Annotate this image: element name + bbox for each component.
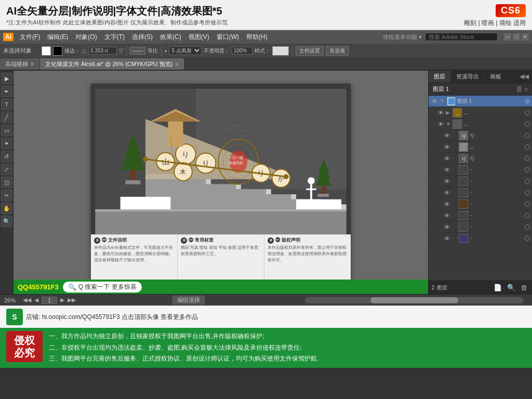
menu-text[interactable]: 文字(T) [101, 32, 128, 43]
eye-icon-11[interactable]: 👁 [443, 223, 450, 231]
layer-row-6[interactable]: 👁 ⬝ [429, 164, 532, 176]
search-stock-input[interactable] [425, 33, 498, 41]
layer-row-3[interactable]: 👁 り り [429, 130, 532, 141]
window-minimize-button[interactable]: — [504, 33, 511, 41]
svg-rect-44 [130, 170, 136, 180]
prev-icon[interactable]: ◀ [34, 297, 38, 303]
menu-view[interactable]: 视图(V) [185, 32, 212, 43]
style-swatch[interactable] [272, 46, 289, 56]
layer-row-main[interactable]: 👁 ▼ 图层 1 [429, 96, 532, 107]
next-page-icon[interactable]: ▶▶ [68, 297, 76, 303]
tool-brush[interactable]: ✦ [1, 138, 12, 149]
opacity-input[interactable] [232, 47, 252, 55]
eye-icon-main[interactable]: 👁 [431, 98, 438, 105]
tool-rotate[interactable]: ↺ [1, 151, 12, 162]
eye-icon-7[interactable]: 👁 [443, 178, 450, 185]
stroke-down-icon[interactable]: ▽ [119, 47, 123, 54]
tool-select[interactable]: ▶ [1, 73, 12, 84]
tool-type[interactable]: T [1, 99, 12, 110]
prev-page-icon[interactable]: ◀◀ [23, 297, 31, 303]
layer-row-4[interactable]: 👁 ... [429, 141, 532, 153]
tab-gaoduan-louti[interactable]: 高端楼梯 ✕ [0, 58, 40, 70]
menu-object[interactable]: 对象(O) [72, 32, 100, 43]
layer-row-8[interactable]: 👁 ⬝ [429, 187, 532, 198]
eye-icon-3[interactable]: 👁 [443, 132, 450, 139]
panel-menu-icon[interactable]: ☰ [516, 86, 522, 93]
search-layer-icon[interactable]: 🔍 [506, 283, 517, 292]
tab-active-close-icon[interactable]: ✕ [175, 61, 179, 67]
eye-icon-1[interactable]: 👁 [437, 109, 444, 116]
layers-list[interactable]: 👁 ▼ 图层 1 👁 ▶ ... ... 👁 ▼ [429, 96, 532, 281]
panel-tab-artboards[interactable]: 画板 [485, 71, 507, 83]
stroke-value-input[interactable] [88, 47, 117, 55]
copyright-item-3: 三、我图网平台完善的售后服务、正式授权协议、原创设计师认证，均可为购买使用文件保… [49, 353, 318, 365]
stroke-up-icon[interactable]: △ [82, 47, 86, 54]
eye-icon-10[interactable]: 👁 [443, 212, 450, 219]
menu-help[interactable]: 帮助(H) [243, 32, 271, 43]
layer-row-5[interactable]: 👁 り り [429, 153, 532, 164]
panel-tab-layers[interactable]: 图层 [429, 71, 451, 83]
layer-thumb-12 [459, 234, 468, 243]
menu-select[interactable]: 选择(S) [129, 32, 156, 43]
panel-circle-icon[interactable]: ○ [524, 86, 528, 93]
fill-swatch[interactable] [42, 46, 51, 56]
expand-icon-1[interactable]: ▶ [446, 110, 451, 115]
qq-id[interactable]: QQ455791F3 [18, 283, 59, 291]
menu-window[interactable]: 窗口(W) [214, 32, 242, 43]
layer-row-1[interactable]: 👁 ▶ ... ... [429, 107, 532, 118]
window-close-button[interactable]: ✕ [522, 33, 529, 41]
menu-effect[interactable]: 效果(C) [157, 32, 184, 43]
tool-eyedrop[interactable]: ✑ [1, 190, 12, 201]
expand-icon-main[interactable]: ▼ [440, 98, 445, 104]
layer-row-10[interactable]: 👁 ⬝ [429, 210, 532, 221]
workspace-selector[interactable]: 传统基本功能 ▾ [383, 33, 422, 41]
eye-icon-5[interactable]: 👁 [443, 155, 450, 162]
tool-pen[interactable]: ✒ [1, 86, 12, 97]
preferences-button[interactable]: 首选项 [326, 46, 349, 56]
eye-icon-2[interactable]: 👁 [437, 121, 444, 128]
window-maximize-button[interactable]: □ [513, 33, 520, 41]
panel-tab-assets[interactable]: 资源导出 [451, 71, 485, 83]
menu-file[interactable]: 文件(F) [17, 32, 43, 43]
svg-rect-61 [448, 98, 455, 105]
points-select[interactable]: 5 点凤形 [169, 46, 202, 55]
layer-row-2[interactable]: 👁 ▼ ... [429, 118, 532, 130]
horizontal-scrollbar[interactable] [305, 297, 524, 303]
canvas-area[interactable]: 说图网 说图网 说图网 说图网 [14, 71, 428, 294]
eye-icon-9[interactable]: 👁 [443, 201, 450, 208]
menu-edit[interactable]: 编辑(E) [44, 32, 71, 43]
search-more-button[interactable]: 🔍 Q 搜索一下 更多惊喜 [63, 282, 142, 292]
layer-row-11[interactable]: 👁 ⬝ [429, 221, 532, 233]
svg-text:殊途同归: 殊途同归 [229, 161, 243, 165]
tool-scale[interactable]: ⤢ [1, 164, 12, 175]
layer-circle-5 [525, 156, 530, 161]
status-center: 编组选择 [79, 296, 298, 304]
layer-row-9[interactable]: 👁 ⬝ [429, 198, 532, 210]
panel-expand-icon[interactable]: ◀◀ [516, 71, 532, 83]
next-icon[interactable]: ▶ [60, 297, 64, 303]
tool-gradient[interactable]: ◫ [1, 177, 12, 188]
eye-icon-12[interactable]: 👁 [443, 235, 450, 242]
layer-label-12: ⬝ [470, 235, 523, 241]
tab-cultural-wall[interactable]: 文化墙源文件 Alcs6.ai* @ 26% (CMYK/GPU 预览) ✕ [40, 58, 184, 70]
new-layer-icon[interactable]: 📄 [492, 283, 503, 292]
cs6-badge: CS6 [496, 4, 526, 17]
eye-icon-4[interactable]: 👁 [443, 143, 450, 151]
edit-mode-button[interactable]: 编组选择 [172, 296, 205, 304]
layer-row-12[interactable]: 👁 ⬝ [429, 233, 532, 244]
layer-row-7[interactable]: 👁 ⬝ [429, 176, 532, 187]
eye-icon-6[interactable]: 👁 [443, 166, 450, 174]
doc-settings-button[interactable]: 文档设置 [296, 46, 324, 56]
layer-thumb-9 [459, 200, 468, 209]
tool-line[interactable]: ╱ [1, 112, 12, 123]
expand-icon-2[interactable]: ▼ [446, 121, 451, 127]
tab-close-icon[interactable]: ✕ [30, 61, 34, 67]
delete-layer-icon[interactable]: 🗑 [519, 283, 529, 292]
eye-icon-8[interactable]: 👁 [443, 189, 450, 196]
tool-zoom[interactable]: 🔍 [1, 216, 12, 227]
tool-hand[interactable]: ✋ [1, 203, 12, 214]
canvas-background: 说图网 说图网 说图网 说图网 [14, 71, 428, 294]
stroke-swatch[interactable] [53, 46, 62, 56]
tool-rect[interactable]: ▭ [1, 125, 12, 136]
page-number-input[interactable]: 1 [42, 297, 57, 304]
